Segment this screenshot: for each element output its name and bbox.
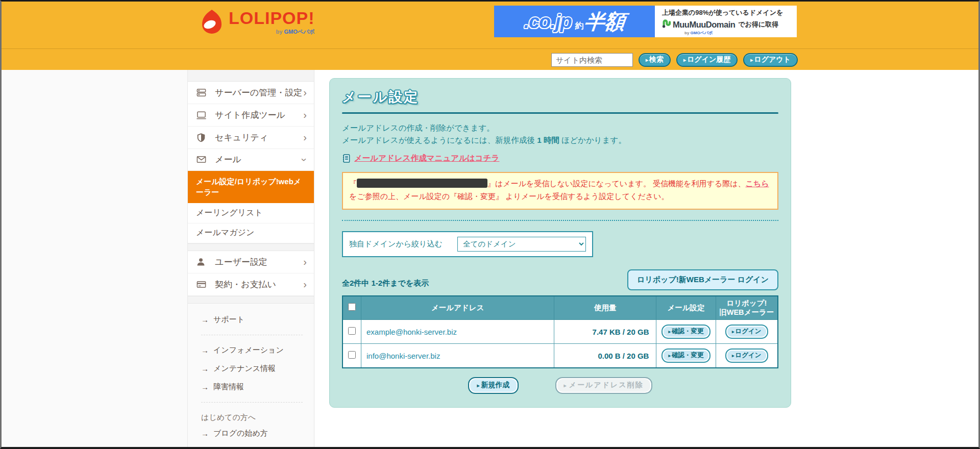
confirm-change-button[interactable]: ▸ 確認・変更 [662,348,710,363]
chevron-right-icon: › [303,279,307,289]
old-webmailer-login-button[interactable]: ▸ ログイン [725,325,768,339]
button-arrow-icon: ▸ [668,329,671,334]
notice-link[interactable]: こちら [746,179,769,188]
banner-headline: 上場企業の98%が使っているドメインを [662,8,792,17]
result-count-text: 全2件中 1-2件までを表示 [342,279,429,290]
usage-value: 0.00 B / 20 GB [554,344,656,368]
header-mail-setting: メール設定 [656,296,716,320]
sidebar-link-support[interactable]: → サポート [201,315,306,325]
logo-text: LOLIPOP! [229,9,315,27]
chevron-right-icon: › [303,257,307,267]
arrow-right-icon: → [201,315,209,324]
arrow-right-icon: → [201,429,209,438]
sidebar-item-site-tools[interactable]: サイト作成ツール › [188,104,314,127]
sidebar-link-incidents[interactable]: → 障害情報 [201,382,306,392]
title-rule [342,112,778,114]
banner-cojp-text: .co.jp [524,11,571,33]
select-all-checkbox[interactable] [348,303,356,311]
button-arrow-icon: ▸ [477,383,479,388]
arrow-right-icon: → [201,383,209,391]
redacted-domain [357,179,487,188]
main-content: メール設定 メールアドレスの作成・削除ができます。 メールアドレスが使えるように… [314,70,978,447]
sidebar-item-label: 契約・お支払い [215,279,276,290]
sidebar-item-label: メール [215,154,241,165]
sidebar-item-user-settings[interactable]: ユーザー設定 › [188,251,314,273]
logout-button[interactable]: ▸ ログアウト [743,53,798,67]
sidebar-item-label: サーバーの管理・設定 [215,87,302,98]
button-arrow-icon: ▸ [564,383,568,388]
sidebar-item-label: サイト作成ツール [215,109,285,121]
new-webmailer-login-button[interactable]: ロリポップ!新WEBメーラー ログイン [627,269,778,290]
domain-filter-box: 独自ドメインから絞り込む 全てのドメイン [342,231,593,257]
credit-card-icon [196,279,208,290]
logo-byline: by GMOペパボ [276,28,315,36]
dotted-divider [342,220,778,221]
dashed-divider [201,402,303,403]
button-arrow-icon: ▸ [750,57,753,63]
domain-filter-label: 独自ドメインから絞り込む [349,239,443,249]
sidebar-item-label: ユーザー設定 [215,256,267,268]
left-margin-area [2,70,188,447]
banner-suffix-text: でお得に取得 [738,20,778,29]
arrow-right-icon: → [201,364,209,373]
sidebar-nav: サーバーの管理・設定 › サイト作成ツール › セキュリティ [188,70,314,447]
sidebar-top-strip [188,70,314,82]
mail-settings-panel: メール設定 メールアドレスの作成・削除ができます。 メールアドレスが使えるように… [329,78,791,408]
page-title: メール設定 [342,88,778,106]
table-header-row: メールアドレス 使用量 メール設定 ロリポップ! 旧WEBメーラー [342,296,778,320]
button-arrow-icon: ▸ [732,353,734,358]
button-arrow-icon: ▸ [732,329,734,334]
manual-document-icon [342,154,351,163]
sidebar-link-maintenance[interactable]: → メンテナンス情報 [201,364,306,373]
beginner-heading: はじめての方へ [201,413,306,422]
lolipop-logo-icon [200,9,224,36]
sidebar-item-security[interactable]: セキュリティ › [188,127,314,149]
muumuu-logo-icon [662,19,671,30]
delete-address-button[interactable]: ▸ メールアドレス削除 [555,377,652,394]
row-checkbox[interactable] [348,327,356,335]
button-arrow-icon: ▸ [668,353,671,358]
description-line-2: メールアドレスが使えるようになるには、新規作成後 1 時間 ほどかかります。 [342,134,778,146]
domain-filter-select[interactable]: 全てのドメイン [457,237,586,252]
arrow-right-icon: → [201,346,209,355]
sidebar-link-blog-start[interactable]: → ブログの始め方 [201,429,306,438]
banner-blue-section: .co.jp 約 半額 [494,6,655,37]
chevron-right-icon: › [303,87,307,97]
create-new-button[interactable]: ▸ 新規作成 [468,377,518,394]
sidebar-item-mail-settings-active[interactable]: メール設定/ロリポップ!webメーラー [188,171,314,203]
old-webmailer-login-button[interactable]: ▸ ログイン [725,348,768,363]
chevron-down-icon: › [300,158,310,162]
user-icon [196,257,208,267]
sidebar-item-mail[interactable]: メール › [188,149,314,171]
manual-link[interactable]: メールアドレス作成マニュアルはコチラ [354,153,499,164]
domain-ad-banner[interactable]: .co.jp 約 半額 上場企業の98%が使っているドメインを [494,6,797,37]
button-arrow-icon: ▸ [683,57,686,63]
description-line-1: メールアドレスの作成・削除ができます。 [342,122,778,134]
chevron-right-icon: › [303,132,307,142]
sidebar-link-information[interactable]: → インフォメーション [201,345,306,355]
muumuu-brand-text: MuuMuuDomain [673,20,735,30]
confirm-change-button[interactable]: ▸ 確認・変更 [662,325,710,339]
email-address-link[interactable]: info@honki-server.biz [361,344,554,368]
search-button[interactable]: ▸ 検索 [639,53,671,67]
sidebar-item-billing[interactable]: 契約・お支払い › [188,273,314,296]
site-search-input[interactable] [551,53,633,67]
muumuu-byline: by GMOペパボ [684,30,713,36]
sidebar-item-server-settings[interactable]: サーバーの管理・設定 › [188,82,314,104]
dashed-divider [201,335,303,335]
sidebar-item-mailing-list[interactable]: メーリングリスト [188,203,314,223]
mail-icon [196,154,208,165]
site-header: LOLIPOP! by GMOペパボ .co.jp 約 半額 上場企業の98%が… [2,2,978,70]
banner-hangaku-text: 半額 [583,8,627,36]
email-address-link[interactable]: example@honki-server.biz [361,320,554,344]
lolipop-logo[interactable]: LOLIPOP! by GMOペパボ [200,9,315,36]
header-old-webmailer: ロリポップ! 旧WEBメーラー [716,296,778,320]
header-divider [2,48,978,49]
header-email: メールアドレス [361,296,554,320]
login-history-button[interactable]: ▸ ログイン履歴 [676,53,738,67]
row-checkbox[interactable] [348,351,356,359]
sidebar-item-mail-magazine[interactable]: メールマガジン [188,223,314,243]
banner-yaku-text: 約 [575,20,584,32]
sidebar-item-label: セキュリティ [215,132,268,143]
usage-value: 7.47 KB / 20 GB [554,320,656,344]
